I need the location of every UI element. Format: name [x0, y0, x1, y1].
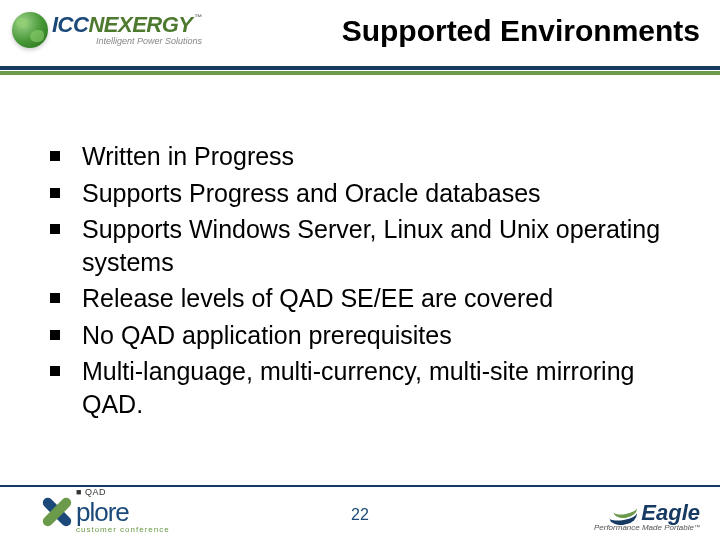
- trademark-icon: ™: [694, 524, 700, 530]
- divider-bar-navy: [0, 66, 720, 70]
- logo-iccnexergy: ICCNEXERGY™ Intelligent Power Solutions: [12, 12, 202, 48]
- bullet-item: Multi-language, multi-currency, multi-si…: [50, 355, 680, 420]
- bullet-item: Written in Progress: [50, 140, 680, 173]
- bullet-text: Written in Progress: [82, 140, 680, 173]
- logo-text: ICCNEXERGY™ Intelligent Power Solutions: [52, 14, 202, 46]
- eagle-word: Eagle: [641, 502, 700, 524]
- bullet-square-icon: [50, 224, 60, 234]
- eagle-subtitle: Performance Made Portable™: [594, 524, 700, 532]
- bullet-item: Release levels of QAD SE/EE are covered: [50, 282, 680, 315]
- header-divider: [0, 66, 720, 76]
- trademark-icon: ™: [194, 13, 202, 22]
- bullet-text: Supports Windows Server, Linux and Unix …: [82, 213, 680, 278]
- eagle-swoosh-icon: [609, 502, 639, 524]
- logo-tagline: Intelligent Power Solutions: [52, 37, 202, 46]
- eagle-main: Eagle: [609, 502, 700, 524]
- slide-title: Supported Environments: [342, 14, 700, 48]
- eagle-sub-text: Performance Made Portable: [594, 523, 694, 532]
- bullet-square-icon: [50, 366, 60, 376]
- footer: ■ QAD plore customer conference 22 Eagle…: [0, 485, 720, 540]
- globe-icon: [12, 12, 48, 48]
- explore-subtitle: customer conference: [76, 526, 170, 534]
- bullet-item: Supports Progress and Oracle databases: [50, 177, 680, 210]
- bullet-square-icon: [50, 188, 60, 198]
- logo-eagle: Eagle Performance Made Portable™: [594, 502, 700, 532]
- bullet-square-icon: [50, 330, 60, 340]
- header: ICCNEXERGY™ Intelligent Power Solutions …: [0, 0, 720, 60]
- logo-main-text: ICCNEXERGY™: [52, 14, 202, 36]
- logo-qad-explore: ■ QAD plore customer conference: [40, 488, 170, 534]
- bullet-square-icon: [50, 151, 60, 161]
- bullet-text: Supports Progress and Oracle databases: [82, 177, 680, 210]
- logo-icc-part: ICC: [52, 12, 88, 37]
- bullet-item: Supports Windows Server, Linux and Unix …: [50, 213, 680, 278]
- divider-bar-green: [0, 71, 720, 75]
- bullet-text: Multi-language, multi-currency, multi-si…: [82, 355, 680, 420]
- bullet-item: No QAD application prerequisites: [50, 319, 680, 352]
- footer-divider: [0, 485, 720, 487]
- bullet-list: Written in Progress Supports Progress an…: [50, 140, 680, 420]
- logo-nexergy-part: NEXERGY: [88, 12, 192, 37]
- bullet-text: Release levels of QAD SE/EE are covered: [82, 282, 680, 315]
- explore-main: plore: [40, 495, 170, 529]
- explore-x-icon: [40, 495, 74, 529]
- bullet-square-icon: [50, 293, 60, 303]
- slide: ICCNEXERGY™ Intelligent Power Solutions …: [0, 0, 720, 540]
- explore-word: plore: [76, 499, 129, 525]
- page-number: 22: [351, 506, 369, 524]
- bullet-text: No QAD application prerequisites: [82, 319, 680, 352]
- content-area: Written in Progress Supports Progress an…: [50, 140, 680, 424]
